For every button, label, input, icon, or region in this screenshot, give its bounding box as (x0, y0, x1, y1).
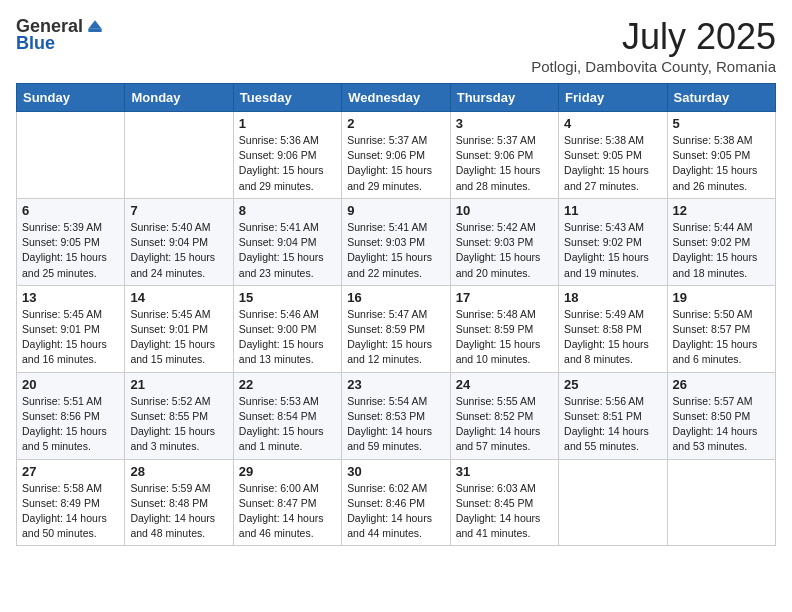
day-number: 1 (239, 116, 336, 131)
day-number: 5 (673, 116, 770, 131)
day-number: 13 (22, 290, 119, 305)
day-info: Sunrise: 5:59 AMSunset: 8:48 PMDaylight:… (130, 481, 227, 542)
calendar-cell: 14Sunrise: 5:45 AMSunset: 9:01 PMDayligh… (125, 285, 233, 372)
day-info: Sunrise: 5:49 AMSunset: 8:58 PMDaylight:… (564, 307, 661, 368)
day-number: 6 (22, 203, 119, 218)
calendar-cell: 9Sunrise: 5:41 AMSunset: 9:03 PMDaylight… (342, 198, 450, 285)
day-info: Sunrise: 5:41 AMSunset: 9:04 PMDaylight:… (239, 220, 336, 281)
day-info: Sunrise: 5:36 AMSunset: 9:06 PMDaylight:… (239, 133, 336, 194)
logo-icon (85, 17, 105, 37)
calendar-cell (559, 459, 667, 546)
day-info: Sunrise: 6:03 AMSunset: 8:45 PMDaylight:… (456, 481, 553, 542)
calendar-cell: 2Sunrise: 5:37 AMSunset: 9:06 PMDaylight… (342, 112, 450, 199)
weekday-header: Wednesday (342, 84, 450, 112)
day-info: Sunrise: 6:00 AMSunset: 8:47 PMDaylight:… (239, 481, 336, 542)
calendar-cell: 18Sunrise: 5:49 AMSunset: 8:58 PMDayligh… (559, 285, 667, 372)
weekday-header: Tuesday (233, 84, 341, 112)
calendar-week-row: 1Sunrise: 5:36 AMSunset: 9:06 PMDaylight… (17, 112, 776, 199)
day-info: Sunrise: 5:44 AMSunset: 9:02 PMDaylight:… (673, 220, 770, 281)
day-number: 30 (347, 464, 444, 479)
calendar-cell: 31Sunrise: 6:03 AMSunset: 8:45 PMDayligh… (450, 459, 558, 546)
calendar-cell: 24Sunrise: 5:55 AMSunset: 8:52 PMDayligh… (450, 372, 558, 459)
day-number: 20 (22, 377, 119, 392)
day-number: 12 (673, 203, 770, 218)
day-number: 4 (564, 116, 661, 131)
calendar-cell: 25Sunrise: 5:56 AMSunset: 8:51 PMDayligh… (559, 372, 667, 459)
calendar-cell: 22Sunrise: 5:53 AMSunset: 8:54 PMDayligh… (233, 372, 341, 459)
calendar-week-row: 13Sunrise: 5:45 AMSunset: 9:01 PMDayligh… (17, 285, 776, 372)
day-info: Sunrise: 5:38 AMSunset: 9:05 PMDaylight:… (564, 133, 661, 194)
calendar-cell: 4Sunrise: 5:38 AMSunset: 9:05 PMDaylight… (559, 112, 667, 199)
day-number: 7 (130, 203, 227, 218)
day-info: Sunrise: 5:47 AMSunset: 8:59 PMDaylight:… (347, 307, 444, 368)
calendar-cell: 7Sunrise: 5:40 AMSunset: 9:04 PMDaylight… (125, 198, 233, 285)
calendar-week-row: 6Sunrise: 5:39 AMSunset: 9:05 PMDaylight… (17, 198, 776, 285)
svg-marker-0 (88, 20, 101, 28)
calendar-header-row: SundayMondayTuesdayWednesdayThursdayFrid… (17, 84, 776, 112)
day-number: 15 (239, 290, 336, 305)
day-number: 21 (130, 377, 227, 392)
day-number: 10 (456, 203, 553, 218)
day-number: 28 (130, 464, 227, 479)
day-info: Sunrise: 5:48 AMSunset: 8:59 PMDaylight:… (456, 307, 553, 368)
calendar-cell: 13Sunrise: 5:45 AMSunset: 9:01 PMDayligh… (17, 285, 125, 372)
day-number: 16 (347, 290, 444, 305)
weekday-header: Thursday (450, 84, 558, 112)
day-info: Sunrise: 5:41 AMSunset: 9:03 PMDaylight:… (347, 220, 444, 281)
page-header: General Blue July 2025 Potlogi, Dambovit… (16, 16, 776, 75)
calendar-cell: 29Sunrise: 6:00 AMSunset: 8:47 PMDayligh… (233, 459, 341, 546)
day-info: Sunrise: 5:45 AMSunset: 9:01 PMDaylight:… (22, 307, 119, 368)
day-info: Sunrise: 5:37 AMSunset: 9:06 PMDaylight:… (456, 133, 553, 194)
day-info: Sunrise: 5:58 AMSunset: 8:49 PMDaylight:… (22, 481, 119, 542)
day-number: 11 (564, 203, 661, 218)
day-info: Sunrise: 5:53 AMSunset: 8:54 PMDaylight:… (239, 394, 336, 455)
day-info: Sunrise: 5:42 AMSunset: 9:03 PMDaylight:… (456, 220, 553, 281)
day-number: 27 (22, 464, 119, 479)
day-number: 9 (347, 203, 444, 218)
day-info: Sunrise: 5:40 AMSunset: 9:04 PMDaylight:… (130, 220, 227, 281)
weekday-header: Monday (125, 84, 233, 112)
weekday-header: Saturday (667, 84, 775, 112)
weekday-header: Sunday (17, 84, 125, 112)
calendar-cell: 23Sunrise: 5:54 AMSunset: 8:53 PMDayligh… (342, 372, 450, 459)
day-info: Sunrise: 5:43 AMSunset: 9:02 PMDaylight:… (564, 220, 661, 281)
logo-blue-text: Blue (16, 33, 55, 54)
weekday-header: Friday (559, 84, 667, 112)
calendar-cell: 5Sunrise: 5:38 AMSunset: 9:05 PMDaylight… (667, 112, 775, 199)
day-info: Sunrise: 5:51 AMSunset: 8:56 PMDaylight:… (22, 394, 119, 455)
calendar-cell: 10Sunrise: 5:42 AMSunset: 9:03 PMDayligh… (450, 198, 558, 285)
day-number: 29 (239, 464, 336, 479)
day-number: 3 (456, 116, 553, 131)
day-info: Sunrise: 5:56 AMSunset: 8:51 PMDaylight:… (564, 394, 661, 455)
day-number: 31 (456, 464, 553, 479)
day-number: 24 (456, 377, 553, 392)
day-number: 14 (130, 290, 227, 305)
calendar-cell (125, 112, 233, 199)
day-info: Sunrise: 5:45 AMSunset: 9:01 PMDaylight:… (130, 307, 227, 368)
title-area: July 2025 Potlogi, Dambovita County, Rom… (531, 16, 776, 75)
day-info: Sunrise: 5:37 AMSunset: 9:06 PMDaylight:… (347, 133, 444, 194)
calendar-cell: 21Sunrise: 5:52 AMSunset: 8:55 PMDayligh… (125, 372, 233, 459)
month-title: July 2025 (531, 16, 776, 58)
calendar-cell: 1Sunrise: 5:36 AMSunset: 9:06 PMDaylight… (233, 112, 341, 199)
calendar-cell: 12Sunrise: 5:44 AMSunset: 9:02 PMDayligh… (667, 198, 775, 285)
day-info: Sunrise: 6:02 AMSunset: 8:46 PMDaylight:… (347, 481, 444, 542)
calendar-cell (667, 459, 775, 546)
location-title: Potlogi, Dambovita County, Romania (531, 58, 776, 75)
calendar-cell: 27Sunrise: 5:58 AMSunset: 8:49 PMDayligh… (17, 459, 125, 546)
day-info: Sunrise: 5:57 AMSunset: 8:50 PMDaylight:… (673, 394, 770, 455)
day-info: Sunrise: 5:39 AMSunset: 9:05 PMDaylight:… (22, 220, 119, 281)
day-number: 17 (456, 290, 553, 305)
day-info: Sunrise: 5:38 AMSunset: 9:05 PMDaylight:… (673, 133, 770, 194)
day-number: 22 (239, 377, 336, 392)
calendar-cell: 17Sunrise: 5:48 AMSunset: 8:59 PMDayligh… (450, 285, 558, 372)
day-info: Sunrise: 5:54 AMSunset: 8:53 PMDaylight:… (347, 394, 444, 455)
calendar-cell: 3Sunrise: 5:37 AMSunset: 9:06 PMDaylight… (450, 112, 558, 199)
calendar-cell: 15Sunrise: 5:46 AMSunset: 9:00 PMDayligh… (233, 285, 341, 372)
day-number: 25 (564, 377, 661, 392)
calendar-cell: 6Sunrise: 5:39 AMSunset: 9:05 PMDaylight… (17, 198, 125, 285)
calendar-week-row: 27Sunrise: 5:58 AMSunset: 8:49 PMDayligh… (17, 459, 776, 546)
calendar-cell: 26Sunrise: 5:57 AMSunset: 8:50 PMDayligh… (667, 372, 775, 459)
day-info: Sunrise: 5:55 AMSunset: 8:52 PMDaylight:… (456, 394, 553, 455)
day-info: Sunrise: 5:46 AMSunset: 9:00 PMDaylight:… (239, 307, 336, 368)
